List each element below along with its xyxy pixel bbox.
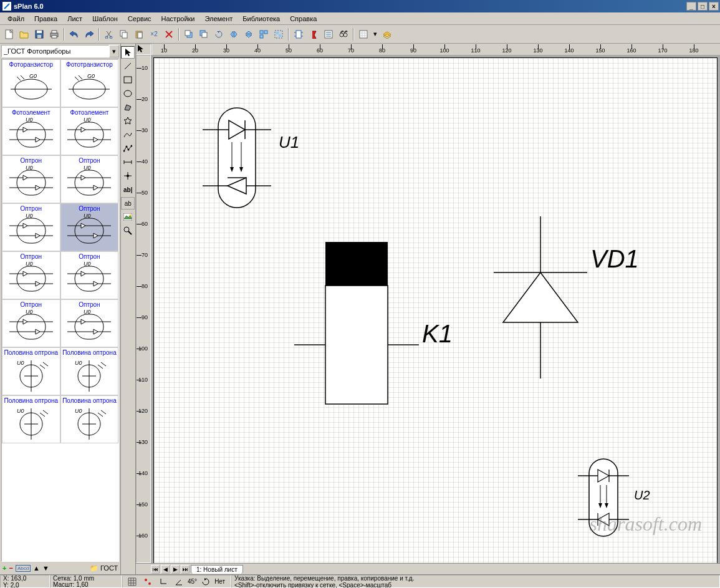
lib-cell[interactable]: ОптронU0 <box>60 155 119 203</box>
lib-cell[interactable]: ОптронU0 <box>2 299 60 347</box>
rotate-icon[interactable] <box>212 27 226 41</box>
lib-cell[interactable]: ОптронU0 <box>60 203 119 251</box>
menu-template[interactable]: Шаблон <box>87 14 123 24</box>
print-icon[interactable] <box>47 27 61 41</box>
lib-cell[interactable]: ОптронU0 <box>60 299 119 347</box>
node-tool-icon[interactable] <box>121 170 135 182</box>
menu-library[interactable]: Библиотека <box>238 14 285 24</box>
dimension-tool-icon[interactable] <box>121 156 135 168</box>
new-file-icon[interactable] <box>2 27 16 41</box>
lib-cell[interactable]: ОптронU0 <box>2 251 60 299</box>
front-icon[interactable] <box>182 27 196 41</box>
image-tool-icon[interactable] <box>121 211 135 223</box>
canvas-scroll[interactable]: U1 K1 VD1 <box>151 55 720 563</box>
lib-cell[interactable]: Половина оптронаU0 <box>60 347 119 395</box>
lib-cell[interactable]: ОптронU0 <box>2 155 60 203</box>
list-icon[interactable] <box>322 27 335 41</box>
layer-icon[interactable] <box>380 27 394 41</box>
library-combo-input[interactable] <box>1 45 109 57</box>
component-k1[interactable] <box>294 242 419 417</box>
curve-tool-icon[interactable] <box>121 128 135 141</box>
tab-prev-icon[interactable]: ◀ <box>161 565 170 574</box>
lib-label: Половина оптрона <box>2 349 60 356</box>
poly-fill-tool-icon[interactable] <box>121 101 135 113</box>
grid-toggle-icon[interactable] <box>357 27 370 41</box>
clone-x2-icon[interactable]: ×2 <box>147 27 161 41</box>
close-button[interactable]: × <box>709 2 719 11</box>
line-tool-icon[interactable] <box>121 60 135 72</box>
lib-cell[interactable]: ОптронU0 <box>60 251 119 299</box>
mirror-v-icon[interactable] <box>242 27 256 41</box>
add-icon[interactable]: + <box>2 564 6 572</box>
mirror-h-icon[interactable] <box>227 27 241 41</box>
lib-cell[interactable]: ФотоэлементU0 <box>2 107 60 155</box>
menu-settings[interactable]: Настройки <box>156 14 200 24</box>
down-icon[interactable]: ▼ <box>42 564 49 572</box>
maximize-button[interactable]: □ <box>698 2 708 11</box>
undo-icon[interactable] <box>67 27 81 41</box>
lib-cell[interactable]: Половина оптронаU0 <box>2 347 60 395</box>
status-snap-icon[interactable] <box>141 575 155 589</box>
menu-sheet[interactable]: Лист <box>62 14 87 24</box>
ruler-horizontal[interactable]: 1020304050607080901001101201301401501601… <box>151 44 152 55</box>
lib-cell[interactable]: ФоторанзисторG0 <box>2 59 60 107</box>
zoom-dropdown-icon[interactable]: ▾ <box>372 27 379 41</box>
polyline-tool-icon[interactable] <box>121 142 135 155</box>
sheet-tab-1[interactable]: 1: Новый лист <box>191 565 243 574</box>
svg-rect-34 <box>360 31 367 38</box>
label-u2: U2 <box>634 488 650 503</box>
find-icon[interactable] <box>337 27 350 41</box>
menu-help[interactable]: Справка <box>285 14 322 24</box>
lib-cell[interactable]: Половина оптронаU0 <box>2 395 60 443</box>
menu-file[interactable]: Файл <box>2 14 29 24</box>
paste-icon[interactable] <box>132 27 146 41</box>
component-u2[interactable] <box>578 457 640 538</box>
remove-icon[interactable]: − <box>9 564 12 572</box>
rename-icon[interactable]: Abcd <box>16 565 31 572</box>
menu-service[interactable]: Сервис <box>123 14 156 24</box>
align-icon[interactable] <box>257 27 271 41</box>
ellipse-tool-icon[interactable] <box>121 87 135 100</box>
component-u1[interactable] <box>203 105 284 217</box>
group-icon[interactable] <box>272 27 286 41</box>
lib-cell[interactable]: ОптронU0 <box>2 203 60 251</box>
library-grid[interactable]: ФоторанзисторG0ФототранзисторG0Фотоэлеме… <box>1 59 119 562</box>
status-rotate-icon[interactable] <box>199 575 213 589</box>
lib-cell[interactable]: ФотоэлементU0 <box>60 107 119 155</box>
rect-tool-icon[interactable] <box>121 74 135 86</box>
library-combo[interactable]: ▾ <box>1 45 119 57</box>
lib-cell[interactable]: ФототранзисторG0 <box>60 59 119 107</box>
library-source[interactable]: 📁 ГОСТ <box>90 564 118 572</box>
ruler-vertical[interactable]: 102030405060708090100110120130140150160 <box>136 55 151 563</box>
label-u1: U1 <box>279 133 299 152</box>
cut-icon[interactable] <box>102 27 116 41</box>
copy-icon[interactable] <box>117 27 131 41</box>
open-file-icon[interactable] <box>17 27 31 41</box>
pointer-tool-icon[interactable] <box>121 46 135 59</box>
save-file-icon[interactable] <box>32 27 46 41</box>
minimize-button[interactable]: _ <box>686 2 696 11</box>
ruler-corner-icon[interactable] <box>136 44 151 55</box>
component-vd1[interactable] <box>478 216 603 378</box>
menu-element[interactable]: Элемент <box>199 14 238 24</box>
drawing-page[interactable]: U1 K1 VD1 <box>153 57 718 563</box>
tab-last-icon[interactable]: ⏭ <box>181 565 190 574</box>
status-angle-icon[interactable] <box>172 575 186 589</box>
status-grid-icon[interactable] <box>125 575 139 589</box>
textbox-tool-icon[interactable]: ab <box>121 197 135 210</box>
zoom-tool-icon[interactable] <box>121 224 135 237</box>
tab-first-icon[interactable]: ⏮ <box>151 565 160 574</box>
redo-icon[interactable] <box>82 27 96 41</box>
star-tool-icon[interactable] <box>121 115 135 127</box>
status-ortho-icon[interactable] <box>156 575 170 589</box>
up-icon[interactable]: ▲ <box>33 564 40 572</box>
menu-edit[interactable]: Правка <box>29 14 62 24</box>
text-tool-icon[interactable]: ab| <box>121 183 135 196</box>
back-icon[interactable] <box>197 27 211 41</box>
component-icon[interactable] <box>292 27 305 41</box>
delete-icon[interactable] <box>162 27 176 41</box>
mark-icon[interactable] <box>307 27 320 41</box>
lib-cell[interactable]: Половина оптронаU0 <box>60 395 119 443</box>
chevron-down-icon[interactable]: ▾ <box>109 45 119 57</box>
tab-next-icon[interactable]: ▶ <box>171 565 180 574</box>
